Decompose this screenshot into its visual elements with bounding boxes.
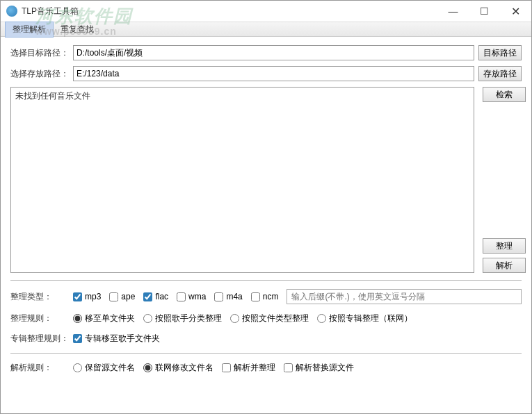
search-button[interactable]: 检索	[483, 87, 526, 102]
target-path-input[interactable]	[73, 45, 474, 60]
type-label: 整理类型：	[10, 291, 73, 303]
checkbox-ape[interactable]: ape	[109, 292, 135, 301]
radio-by-album[interactable]: 按照专辑整理（联网）	[317, 313, 412, 324]
checkbox-m4a[interactable]: m4a	[214, 292, 242, 301]
minimize-button[interactable]: ―	[437, 1, 469, 22]
organize-button[interactable]: 整理	[483, 238, 526, 254]
radio-single-folder[interactable]: 移至单文件夹	[73, 313, 135, 324]
window-title: TLP音乐工具箱	[22, 6, 437, 17]
maximize-button[interactable]: ☐	[469, 1, 500, 22]
save-path-label: 选择存放路径：	[10, 68, 73, 80]
target-path-button[interactable]: 目标路径	[478, 45, 522, 60]
separator	[10, 280, 522, 281]
checkbox-album-to-artist[interactable]: 专辑移至歌手文件夹	[73, 333, 160, 345]
window-controls: ― ☐ ✕	[437, 1, 531, 22]
target-path-label: 选择目标路径：	[10, 47, 73, 59]
checkbox-mp3[interactable]: mp3	[73, 292, 101, 301]
menu-duplicate-find[interactable]: 重复查找	[54, 22, 101, 37]
save-path-button[interactable]: 存放路径	[478, 66, 522, 81]
radio-keep-filename[interactable]: 保留源文件名	[73, 362, 135, 374]
checkbox-ncm[interactable]: ncm	[251, 292, 279, 301]
app-icon	[6, 6, 17, 17]
checkbox-parse-and-organize[interactable]: 解析并整理	[222, 362, 275, 374]
checkbox-flac[interactable]: flac	[143, 292, 168, 301]
radio-by-filetype[interactable]: 按照文件类型整理	[230, 313, 309, 324]
menu-organize-parse[interactable]: 整理解析	[5, 22, 54, 38]
checkbox-parse-replace-source[interactable]: 解析替换源文件	[284, 362, 354, 374]
titlebar: TLP音乐工具箱 ― ☐ ✕	[1, 1, 531, 22]
album-rule-label: 专辑整理规则：	[10, 333, 73, 345]
results-box: 未找到任何音乐文件	[10, 87, 474, 273]
menubar: 整理解析 重复查找	[1, 22, 531, 37]
radio-by-artist[interactable]: 按照歌手分类整理	[143, 313, 222, 324]
separator-2	[10, 353, 522, 354]
results-text: 未找到任何音乐文件	[15, 91, 90, 101]
parse-button[interactable]: 解析	[483, 258, 526, 273]
checkbox-wma[interactable]: wma	[177, 292, 206, 301]
save-path-input[interactable]	[73, 66, 474, 81]
radio-online-rename[interactable]: 联网修改文件名	[143, 362, 213, 374]
rule-label: 整理规则：	[10, 313, 73, 324]
parse-rule-label: 解析规则：	[10, 362, 73, 374]
close-button[interactable]: ✕	[500, 1, 531, 22]
extension-input[interactable]	[287, 289, 522, 304]
